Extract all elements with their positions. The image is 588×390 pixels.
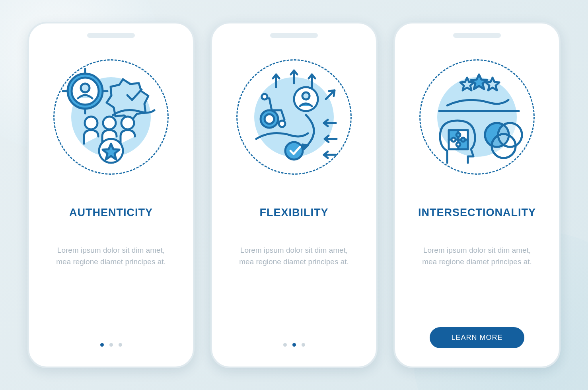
svg-point-7 <box>85 117 97 129</box>
svg-point-25 <box>456 142 460 146</box>
svg-point-22 <box>456 133 460 137</box>
learn-more-button[interactable]: LEARN MORE <box>430 327 524 348</box>
svg-point-17 <box>285 142 303 160</box>
illustration-flexibility <box>236 59 352 175</box>
onboarding-screen-3: INTERSECTIONALITY Lorem ipsum dolor sit … <box>393 22 561 368</box>
svg-point-16 <box>262 94 267 99</box>
page-dot-1[interactable] <box>283 343 287 347</box>
svg-point-15 <box>279 121 285 127</box>
onboarding-screen-1: AUTHENTICITY Lorem ipsum dolor sit dim a… <box>27 22 195 368</box>
screen-description: Lorem ipsum dolor sit dim amet, mea regi… <box>51 244 171 268</box>
screen-description: Lorem ipsum dolor sit dim amet, mea regi… <box>234 244 354 268</box>
page-dot-2[interactable] <box>109 343 113 347</box>
page-indicator <box>283 343 305 351</box>
illustration-intersectionality <box>419 59 535 175</box>
svg-point-9 <box>121 117 134 129</box>
onboarding-screen-2: FLEXIBILITY Lorem ipsum dolor sit dim am… <box>210 22 378 368</box>
svg-point-24 <box>461 138 465 142</box>
intersectionality-icon <box>419 59 535 175</box>
svg-point-2 <box>81 84 90 92</box>
authenticity-icon <box>53 59 169 175</box>
svg-point-14 <box>265 114 274 124</box>
screen-title: INTERSECTIONALITY <box>418 207 536 219</box>
illustration-authenticity <box>53 59 169 175</box>
page-indicator <box>100 343 122 351</box>
page-dot-2[interactable] <box>292 343 296 347</box>
screen-title: FLEXIBILITY <box>260 207 329 219</box>
screen-description: Lorem ipsum dolor sit dim amet, mea regi… <box>417 244 537 268</box>
page-dot-3[interactable] <box>119 343 122 347</box>
page-dot-1[interactable] <box>100 343 104 347</box>
svg-point-23 <box>452 138 456 142</box>
page-dot-3[interactable] <box>302 343 305 347</box>
svg-point-8 <box>103 117 116 129</box>
svg-point-12 <box>302 92 310 99</box>
flexibility-icon <box>236 59 352 175</box>
screen-title: AUTHENTICITY <box>69 207 153 219</box>
